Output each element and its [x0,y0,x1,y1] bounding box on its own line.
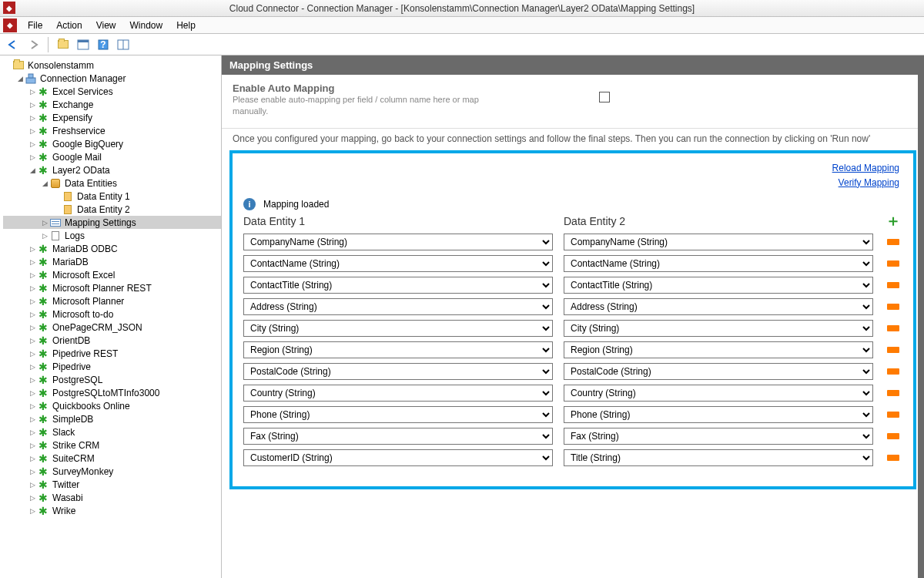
menu-view[interactable]: View [90,18,122,32]
tree-connection[interactable]: ▷✱Wasabi [3,491,221,504]
tree-data-entities[interactable]: ◢Data Entities [3,176,221,190]
left-field-select[interactable]: Address (String) [243,298,553,315]
left-field-select[interactable]: Fax (String) [243,428,553,445]
tree-root[interactable]: Konsolenstamm [3,59,221,72]
auto-mapping-checkbox[interactable] [599,92,610,102]
toolbar-help-button[interactable]: ? [95,36,112,53]
add-mapping-button[interactable]: ＋ [886,215,901,229]
tree-item-label: Pipedrive [51,361,92,372]
tree-connection[interactable]: ▷✱Expensify [3,111,221,124]
tree-connection[interactable]: ▷✱Excel Services [3,85,221,98]
remove-mapping-button[interactable] [887,433,899,439]
left-field-select[interactable]: City (String) [243,320,553,337]
app-icon: ◆ [3,2,15,14]
remove-mapping-button[interactable] [887,325,899,331]
tree-connection[interactable]: ▷✱Freshservice [3,124,221,137]
left-field-select[interactable]: Country (String) [243,385,553,402]
remove-mapping-button[interactable] [887,260,899,267]
tree-connection[interactable]: ▷✱MariaDB [3,255,221,268]
right-field-select[interactable]: CompanyName (String) [564,234,873,250]
tree-item-label: OrientDB [51,335,92,346]
left-field-select[interactable]: ContactName (String) [243,255,553,272]
toolbar-view-button[interactable] [75,36,92,53]
menu-window[interactable]: Window [124,18,169,32]
tree-item-label: MariaDB [51,257,90,267]
left-field-select[interactable]: CompanyName (String) [243,234,553,250]
tree-item-label: SurveyMonkey [51,466,115,477]
tree-logs[interactable]: ▷Logs [3,229,221,242]
tree-connection[interactable]: ▷✱OnePageCRM_JSON [3,321,221,334]
tree-mapping-settings[interactable]: ▷Mapping Settings [3,216,221,229]
right-field-select[interactable]: City (String) [564,320,873,337]
tree-connection[interactable]: ▷✱Microsoft Excel [3,268,221,281]
right-field-select[interactable]: Region (String) [564,341,873,358]
tree-connection[interactable]: ▷✱Google BigQuery [3,137,221,150]
right-field-select[interactable]: Title (String) [564,449,873,466]
left-field-select[interactable]: Phone (String) [243,406,553,423]
tree-connection[interactable]: ▷✱Microsoft Planner [3,294,221,307]
tree-connection[interactable]: ▷✱SurveyMonkey [3,465,221,478]
tree-entity[interactable]: Data Entity 2 [3,203,221,216]
left-field-select[interactable]: ContactTitle (String) [243,277,553,294]
remove-mapping-button[interactable] [887,347,899,353]
remove-mapping-button[interactable] [887,455,899,461]
svg-text:?: ? [100,39,105,50]
tree-connection[interactable]: ▷✱PostgreSQL [3,373,221,386]
auto-mapping-section: Enable Auto Mapping Please enable auto-m… [222,75,924,129]
toolbar-folder-button[interactable] [55,36,72,53]
tree-connection[interactable]: ▷✱Google Mail [3,150,221,163]
tree-connection[interactable]: ▷✱Microsoft Planner REST [3,281,221,294]
left-field-select[interactable]: Region (String) [243,341,553,358]
tree-connection[interactable]: ▷✱Slack [3,425,221,439]
left-field-select[interactable]: CustomerID (String) [243,449,553,466]
tree-connection[interactable]: ▷✱Strike CRM [3,439,221,452]
panel-header: Mapping Settings [222,55,924,75]
reload-mapping-link[interactable]: Reload Mapping [832,161,899,176]
menu-action[interactable]: Action [50,18,88,32]
right-field-select[interactable]: Phone (String) [564,406,873,423]
remove-mapping-button[interactable] [887,239,899,245]
tree-item-label: Wasabi [51,492,85,503]
remove-mapping-button[interactable] [887,282,899,288]
remove-mapping-button[interactable] [887,304,899,310]
nav-tree[interactable]: Konsolenstamm◢Connection Manager▷✱Excel … [0,55,222,578]
tree-connection[interactable]: ▷✱Wrike [3,504,221,517]
instruction-text: Once you configured your mapping, go bac… [229,133,916,150]
tree-connection[interactable]: ▷✱Twitter [3,478,221,491]
remove-mapping-button[interactable] [887,412,899,418]
tree-connection[interactable]: ▷✱Pipedrive REST [3,347,221,360]
menu-file[interactable]: File [22,18,49,32]
tree-connection[interactable]: ▷✱Pipedrive [3,360,221,373]
tree-connection[interactable]: ▷✱SuiteCRM [3,452,221,465]
app-icon-small: ◆ [3,18,17,32]
tree-connection[interactable]: ▷✱Quickbooks Online [3,399,221,412]
tree-connection[interactable]: ▷✱OrientDB [3,334,221,347]
toolbar-window-button[interactable] [115,36,132,53]
mapping-row: ContactTitle (String)ContactTitle (Strin… [243,277,902,294]
left-field-select[interactable]: PostalCode (String) [243,363,553,380]
tree-layer2-odata[interactable]: ◢✱Layer2 OData [3,163,221,176]
tree-item-label: Data Entity 1 [75,191,132,202]
right-field-select[interactable]: ContactTitle (String) [564,277,873,294]
nav-forward-button[interactable] [25,36,42,53]
tree-connection[interactable]: ▷✱SimpleDB [3,412,221,425]
right-field-select[interactable]: PostalCode (String) [564,363,873,380]
right-field-select[interactable]: Country (String) [564,385,873,402]
nav-back-button[interactable] [5,36,22,53]
tree-connection[interactable]: ▷✱Exchange [3,98,221,111]
mapping-row: Region (String)Region (String) [243,341,902,358]
mapping-row: Phone (String)Phone (String) [243,406,902,423]
tree-connection[interactable]: ▷✱PostgreSQLtoMTInfo3000 [3,386,221,399]
mapping-status: Mapping loaded [263,199,329,210]
menu-help[interactable]: Help [170,18,202,32]
tree-connection[interactable]: ▷✱MariaDB ODBC [3,242,221,255]
right-field-select[interactable]: Fax (String) [564,428,873,445]
tree-connection-manager[interactable]: ◢Connection Manager [3,72,221,85]
remove-mapping-button[interactable] [887,368,899,375]
tree-connection[interactable]: ▷✱Microsoft to-do [3,307,221,321]
verify-mapping-link[interactable]: Verify Mapping [832,176,899,190]
right-field-select[interactable]: ContactName (String) [564,255,873,272]
right-field-select[interactable]: Address (String) [564,298,873,315]
tree-entity[interactable]: Data Entity 1 [3,190,221,203]
remove-mapping-button[interactable] [887,390,899,396]
